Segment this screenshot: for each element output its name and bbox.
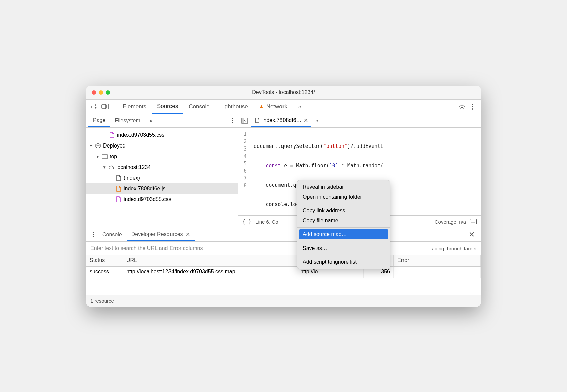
menu-open-folder[interactable]: Open in containing folder	[297, 192, 390, 202]
tree-item-host[interactable]: ▼ localhost:1234	[86, 162, 238, 173]
through-target-label: ading through target	[432, 246, 477, 251]
cell-error	[394, 267, 481, 278]
menu-copy-name[interactable]: Copy file name	[297, 216, 390, 226]
device-toolbar-icon[interactable]	[100, 102, 110, 111]
table-header: Status URL Error	[86, 255, 481, 267]
svg-point-14	[93, 232, 94, 233]
main-tabs: Elements Sources Console Lighthouse ▲ Ne…	[86, 100, 481, 114]
window-title: DevTools - localhost:1234/	[86, 89, 481, 95]
tree-item-deployed[interactable]: ▼ Deployed	[86, 140, 238, 151]
tree-item-js[interactable]: index.7808df6e.js	[86, 183, 238, 194]
tree-item-css[interactable]: index.d9703d55.css	[86, 130, 238, 140]
tree-item-label: index.7808df6e.js	[124, 186, 165, 192]
devtools-window: DevTools - localhost:1234/ Elements Sour…	[86, 86, 481, 307]
drawer-tabs: Console Developer Resources ✕ ✕	[86, 228, 481, 242]
more-menu-icon[interactable]	[468, 102, 477, 111]
menu-reveal-sidebar[interactable]: Reveal in sidebar	[297, 182, 390, 192]
tree-item-label: top	[110, 154, 117, 160]
drawer-more-icon[interactable]	[90, 232, 98, 237]
close-drawer-tab-icon[interactable]: ✕	[186, 231, 190, 238]
css-file-icon	[109, 132, 115, 138]
document-icon	[116, 175, 122, 181]
editor-file-tabs: index.7808df6… ✕ »	[238, 114, 481, 128]
css-file-icon	[116, 196, 122, 202]
tab-lighthouse[interactable]: Lighthouse	[216, 100, 253, 114]
svg-point-9	[232, 122, 233, 123]
col-error[interactable]: Error	[394, 255, 481, 266]
close-tab-icon[interactable]: ✕	[304, 117, 308, 124]
tree-item-label: (index)	[124, 175, 140, 181]
tree-item-label: index.d9703d55.css	[124, 196, 171, 202]
document-icon	[254, 117, 260, 123]
caret-down-icon: ▼	[96, 154, 100, 159]
file-tree: index.d9703d55.css ▼ Deployed ▼ top ▼ lo…	[86, 128, 238, 207]
svg-rect-12	[242, 118, 244, 123]
table-row[interactable]: success http://localhost:1234/index.d970…	[86, 267, 481, 278]
menu-separator	[297, 204, 390, 204]
caret-down-icon: ▼	[102, 165, 106, 170]
navigator-tabs: Page Filesystem »	[86, 114, 238, 128]
drawer-tab-console[interactable]: Console	[98, 228, 127, 241]
settings-icon[interactable]	[457, 102, 467, 111]
cell-url: http://localhost:1234/index.d9703d55.css…	[123, 267, 297, 278]
tree-item-index[interactable]: (index)	[86, 173, 238, 183]
tree-item-top[interactable]: ▼ top	[86, 151, 238, 162]
caret-down-icon: ▼	[89, 143, 93, 148]
drawer-tab-developer-resources[interactable]: Developer Resources ✕	[127, 228, 195, 241]
navigator-panel: Page Filesystem » index.d9703d55.css ▼ D…	[86, 114, 238, 228]
pretty-print-icon[interactable]: { }	[242, 219, 251, 225]
menu-save-as[interactable]: Save as…	[297, 243, 390, 253]
table-footer: 1 resource	[86, 295, 481, 307]
svg-point-7	[232, 118, 233, 119]
tab-console[interactable]: Console	[184, 100, 214, 114]
cloud-icon	[108, 164, 114, 170]
svg-point-15	[93, 234, 94, 235]
close-drawer-icon[interactable]: ✕	[466, 230, 477, 239]
content-area: Page Filesystem » index.d9703d55.css ▼ D…	[86, 114, 481, 228]
table-empty-space	[86, 278, 481, 295]
menu-copy-link[interactable]: Copy link address	[297, 206, 390, 216]
drawer-tab-label: Developer Resources	[131, 231, 183, 237]
coverage-status: Coverage: n/a	[435, 219, 466, 225]
svg-point-5	[472, 106, 473, 107]
menu-separator	[297, 241, 390, 241]
cell-status: success	[86, 267, 123, 278]
svg-rect-10	[102, 155, 107, 159]
tab-network[interactable]: ▲ Network	[254, 100, 292, 114]
divider	[453, 103, 453, 111]
menu-ignore-list[interactable]: Add script to ignore list	[297, 257, 390, 267]
toggle-navigator-icon[interactable]	[240, 116, 249, 125]
cube-icon	[95, 143, 101, 149]
line-gutter: 1 2 3 4 5 6 7 8	[238, 128, 250, 215]
divider	[114, 103, 114, 111]
svg-rect-13	[471, 222, 475, 223]
tree-item-css2[interactable]: index.d9703d55.css	[86, 194, 238, 205]
navigator-overflow-icon[interactable]: »	[145, 114, 157, 127]
col-status[interactable]: Status	[86, 255, 123, 266]
tabs-overflow-icon[interactable]: »	[293, 100, 306, 114]
file-tab-active[interactable]: index.7808df6… ✕	[251, 114, 311, 127]
col-url[interactable]: URL	[123, 255, 297, 266]
js-file-icon	[116, 186, 122, 192]
tree-item-label: index.d9703d55.css	[117, 132, 164, 138]
collapse-panel-icon[interactable]	[470, 219, 477, 224]
svg-point-3	[461, 106, 463, 108]
menu-separator	[297, 255, 390, 255]
file-tab-label: index.7808df6…	[262, 117, 302, 123]
tab-sources[interactable]: Sources	[152, 100, 183, 114]
tab-page[interactable]: Page	[88, 114, 110, 127]
frame-icon	[102, 154, 108, 160]
navigator-more-icon[interactable]	[229, 118, 236, 123]
tab-elements[interactable]: Elements	[118, 100, 151, 114]
tree-item-label: localhost:1234	[116, 164, 151, 170]
tab-filesystem[interactable]: Filesystem	[110, 114, 145, 127]
svg-point-8	[232, 120, 233, 121]
warning-icon: ▲	[259, 103, 264, 110]
resources-table: Status URL Error success http://localhos…	[86, 255, 481, 307]
cursor-position: Line 6, Co	[255, 219, 278, 225]
svg-point-6	[472, 108, 473, 110]
inspect-element-icon[interactable]	[90, 102, 99, 111]
search-row: ading through target	[86, 242, 481, 255]
file-tabs-overflow-icon[interactable]: »	[313, 118, 320, 124]
menu-add-source-map[interactable]: Add source map…	[299, 229, 388, 239]
